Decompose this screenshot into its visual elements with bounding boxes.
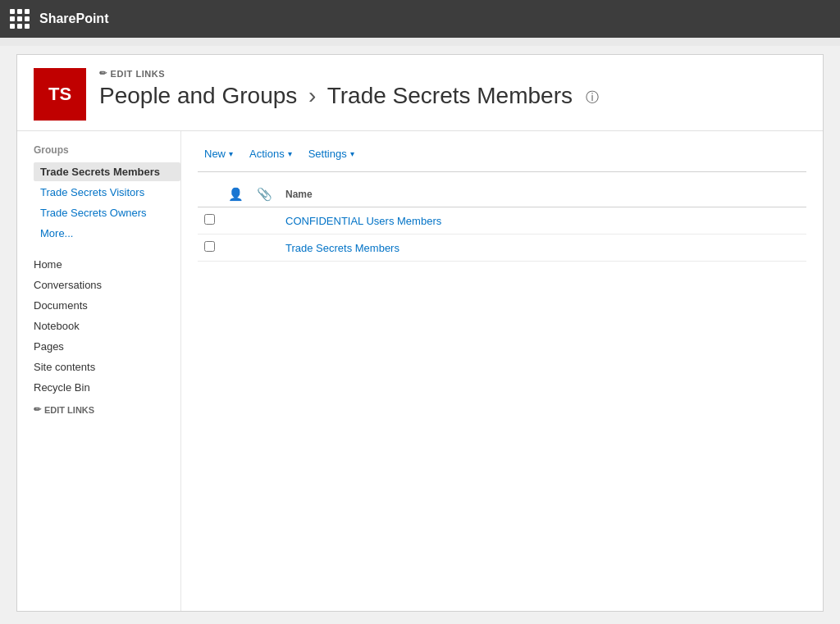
groups-label: Groups <box>34 144 180 156</box>
sidebar-nav-recycle-bin[interactable]: Recycle Bin <box>34 377 180 398</box>
site-header-content: ✏ EDIT LINKS People and Groups › Trade S… <box>99 68 599 110</box>
row-icon-cell <box>221 235 250 262</box>
row-name-cell: CONFIDENTIAL Users Members <box>279 207 806 235</box>
sidebar-divider <box>34 244 180 254</box>
sidebar-nav-conversations[interactable]: Conversations <box>34 275 180 295</box>
member-link[interactable]: CONFIDENTIAL Users Members <box>285 215 441 227</box>
table-row: Trade Secrets Members <box>198 235 806 262</box>
pencil-icon: ✏ <box>99 68 107 79</box>
row-icon-cell <box>221 207 250 235</box>
row-checkbox[interactable] <box>204 241 215 252</box>
table-header-clip-icon: 📎 <box>250 182 279 207</box>
person-icon: 👤 <box>228 187 244 201</box>
sidebar-nav-documents[interactable]: Documents <box>34 295 180 316</box>
row-checkbox-cell <box>198 207 221 235</box>
sidebar-item-trade-secrets-members[interactable]: Trade Secrets Members <box>34 162 180 181</box>
main-content: New ▾ Actions ▾ Settings ▾ <box>181 131 823 611</box>
site-logo: TS <box>34 68 86 121</box>
info-icon[interactable]: ⓘ <box>586 90 599 104</box>
toolbar: New ▾ Actions ▾ Settings ▾ <box>198 144 806 172</box>
row-checkbox[interactable] <box>204 214 215 225</box>
sidebar-nav-home[interactable]: Home <box>34 254 180 275</box>
table-header-name: Name <box>279 182 806 207</box>
site-header: TS ✏ EDIT LINKS People and Groups › Trad… <box>17 55 823 131</box>
row-icon2-cell <box>250 235 279 262</box>
sub-bar <box>0 38 840 46</box>
sidebar-nav-site-contents[interactable]: Site contents <box>34 357 180 377</box>
app-grid-icon[interactable] <box>10 9 30 29</box>
title-current: Trade Secrets Members <box>327 83 573 108</box>
sidebar-item-trade-secrets-owners[interactable]: Trade Secrets Owners <box>34 203 180 222</box>
row-checkbox-cell <box>198 235 221 262</box>
sidebar-nav-notebook[interactable]: Notebook <box>34 316 180 336</box>
sidebar: Groups Trade Secrets Members Trade Secre… <box>17 131 181 611</box>
table-header-person-icon: 👤 <box>221 182 250 207</box>
layout: Groups Trade Secrets Members Trade Secre… <box>17 131 823 611</box>
title-prefix: People and Groups <box>99 83 297 108</box>
row-icon2-cell <box>250 207 279 235</box>
settings-chevron-icon: ▾ <box>350 149 354 158</box>
settings-button[interactable]: Settings ▾ <box>302 144 361 163</box>
member-link[interactable]: Trade Secrets Members <box>285 242 399 254</box>
app-title: SharePoint <box>39 11 108 26</box>
new-button[interactable]: New ▾ <box>198 144 240 163</box>
topbar: SharePoint <box>0 0 840 38</box>
row-name-cell: Trade Secrets Members <box>279 235 806 262</box>
actions-button[interactable]: Actions ▾ <box>243 144 299 163</box>
pencil-icon-sidebar: ✏ <box>34 404 41 415</box>
sidebar-item-more[interactable]: More... <box>34 224 180 243</box>
page-title: People and Groups › Trade Secrets Member… <box>99 82 599 110</box>
sidebar-nav-pages[interactable]: Pages <box>34 336 180 357</box>
header-edit-links-button[interactable]: ✏ EDIT LINKS <box>99 68 599 79</box>
sidebar-item-trade-secrets-visitors[interactable]: Trade Secrets Visitors <box>34 183 180 202</box>
table-header-check <box>198 182 221 207</box>
main-container: TS ✏ EDIT LINKS People and Groups › Trad… <box>16 54 824 612</box>
members-table: 👤 📎 Name CONFIDENTIAL Users M <box>198 182 806 262</box>
breadcrumb-separator: › <box>308 83 316 108</box>
table-row: CONFIDENTIAL Users Members <box>198 207 806 235</box>
sidebar-edit-links-button[interactable]: ✏ EDIT LINKS <box>34 404 180 415</box>
clip-icon: 📎 <box>257 187 272 201</box>
actions-chevron-icon: ▾ <box>288 149 292 158</box>
new-chevron-icon: ▾ <box>229 149 233 158</box>
